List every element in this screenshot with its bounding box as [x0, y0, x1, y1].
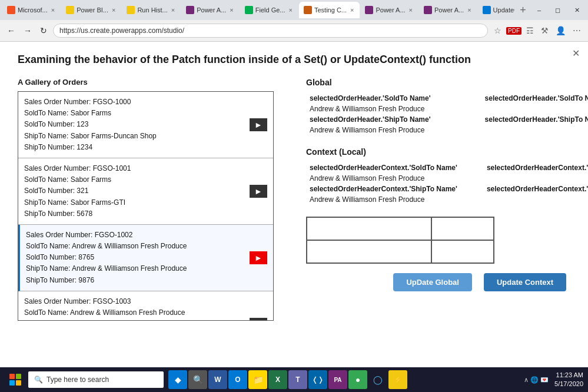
taskbar-search-icon[interactable]: 🔍 — [188, 370, 207, 389]
gallery-item-arrow-3[interactable]: ► — [250, 318, 267, 321]
browser-tab-ms[interactable]: Microsof...× — [2, 2, 61, 18]
order-line3-0: SoldTo Number: 123 — [24, 119, 267, 130]
right-panel: Global selectedOrderHeader.'SoldTo Name'… — [306, 78, 588, 291]
minimize-button[interactable]: – — [531, 5, 547, 15]
order-line4-2: ShipTo Name: Andrew & Williamson Fresh P… — [26, 263, 267, 274]
main-content: A Gallery of Orders Sales Order Number: … — [18, 78, 570, 321]
close-window-button[interactable]: ✕ — [569, 5, 586, 15]
tab-icon-testing — [304, 6, 312, 14]
taskbar-edge-icon[interactable]: ◆ — [168, 370, 187, 389]
context-table: selectedOrderHeaderContext.'SoldTo Name'… — [306, 162, 588, 205]
gallery-item-arrow-1[interactable]: ► — [250, 185, 267, 198]
label-sold-to-num: selectedOrderHeader.'ShipTo Number' — [467, 114, 588, 125]
taskbar-chrome-icon[interactable]: ● — [348, 370, 367, 389]
gallery-list[interactable]: Sales Order Number: FGSO-1000 SoldTo Nam… — [18, 91, 274, 321]
browser-tab-pa2[interactable]: Power A...× — [360, 2, 418, 18]
gallery-item-2[interactable]: Sales Order Number: FGSO-1002 SoldTo Nam… — [18, 225, 273, 291]
tab-bar: Microsof...×Power BI...×Run Hist...×Powe… — [0, 0, 588, 20]
new-tab-button[interactable]: + — [515, 4, 531, 16]
table-row-values: Andrew & Williamson Fresh Produce 9876 — [306, 125, 588, 135]
profile-icon[interactable]: 👤 — [553, 25, 568, 36]
tab-close-pa2[interactable]: × — [408, 6, 414, 14]
table-row-values: Andrew & Williamson Fresh Produce 8765 — [306, 173, 588, 184]
tab-close-pa1[interactable]: × — [228, 6, 234, 14]
gallery-item-1[interactable]: Sales Order Number: FGSO-1001 SoldTo Nam… — [18, 158, 273, 225]
value-sold-to-num: 8765 — [467, 104, 588, 114]
tab-close-testing[interactable]: × — [349, 6, 355, 14]
table-row: selectedOrderHeaderContext.'ShipTo Name'… — [306, 184, 588, 194]
browser-tab-testing[interactable]: Testing C...× — [299, 2, 360, 18]
taskbar-explorer-icon[interactable]: 📁 — [248, 370, 267, 389]
browser-tab-pa3[interactable]: Power A...× — [419, 2, 477, 18]
gallery-item-arrow-0[interactable]: ► — [250, 118, 267, 131]
grid-box — [306, 217, 494, 264]
order-line2-1: SoldTo Name: Sabor Farms — [24, 174, 267, 185]
search-placeholder: Type here to search — [46, 376, 109, 384]
clock-date: 5/17/2020 — [554, 380, 583, 388]
grid-cell-1 — [307, 217, 431, 240]
forward-button[interactable]: → — [21, 26, 34, 35]
url-input[interactable] — [53, 24, 488, 38]
value-sold-to: Andrew & Williamson Fresh Produce — [306, 104, 467, 114]
tab-close-ms[interactable]: × — [50, 6, 56, 14]
start-button[interactable] — [5, 369, 26, 390]
table-row: selectedOrderHeaderContext.'SoldTo Name'… — [306, 162, 588, 173]
order-line5-1: ShipTo Number: 5678 — [24, 208, 267, 220]
bookmark-icon[interactable]: ☆ — [491, 25, 504, 36]
browser-tab-hist[interactable]: Run Hist...× — [122, 2, 181, 18]
value-sold-to: Andrew & Williamson Fresh Produce — [306, 194, 469, 205]
taskbar-word-icon[interactable]: W — [208, 370, 227, 389]
context-section-title: Context (Local) — [306, 147, 588, 157]
tab-label-fg: Field Ge... — [255, 6, 285, 14]
taskbar-pa-icon[interactable]: PA — [328, 370, 347, 389]
pdf-icon[interactable]: PDF — [506, 27, 521, 35]
taskbar-outlook-icon[interactable]: O — [228, 370, 247, 389]
clock-time: 11:23 AM — [554, 371, 583, 380]
order-line4-0: ShipTo Name: Sabor Farms-Duncan Shop — [24, 131, 267, 142]
menu-icon[interactable]: ⋯ — [570, 25, 583, 36]
restore-button[interactable]: ◻ — [549, 5, 566, 15]
tab-close-pbi[interactable]: × — [111, 6, 117, 14]
browser-tab-upd[interactable]: UpdateC...× — [478, 2, 515, 18]
update-global-button[interactable]: UpDate Global — [393, 273, 472, 291]
order-line2-0: SoldTo Name: Sabor Farms — [24, 108, 267, 119]
table-row-values: Andrew & Williamson Fresh Produce 9876 — [306, 194, 588, 205]
browser-tab-fg[interactable]: Field Ge...× — [240, 2, 298, 18]
taskbar-powerbi-icon[interactable]: ⚡ — [388, 370, 407, 389]
back-button[interactable]: ← — [5, 26, 18, 35]
tab-label-hist: Run Hist... — [137, 6, 167, 14]
extensions-icon[interactable]: ⚒ — [539, 25, 551, 36]
gallery-item-0[interactable]: Sales Order Number: FGSO-1000 SoldTo Nam… — [18, 92, 273, 158]
tab-close-fg[interactable]: × — [288, 6, 294, 14]
gallery-item-3[interactable]: Sales Order Number: FGSO-1003 SoldTo Nam… — [18, 291, 273, 321]
tab-icon-pa2 — [365, 6, 373, 14]
collections-icon[interactable]: ☶ — [524, 25, 536, 36]
tab-label-pbi: Power BI... — [77, 6, 108, 14]
order-line2-3: SoldTo Name: Andrew & Williamson Fresh P… — [24, 307, 267, 318]
browser-tab-pbi[interactable]: Power BI...× — [61, 2, 121, 18]
order-line5-0: ShipTo Number: 1234 — [24, 142, 267, 153]
page-title: Examining the behavior of the Patch func… — [18, 54, 500, 66]
tab-label-pa3: Power A... — [434, 6, 464, 14]
table-row: selectedOrderHeader.'SoldTo Name' select… — [306, 93, 588, 104]
taskbar-app-icons: ◆ 🔍 W O 📁 X T ❬❭ PA ● ◯ ⚡ — [168, 370, 407, 389]
gallery-panel: A Gallery of Orders Sales Order Number: … — [18, 78, 288, 321]
taskbar-cortana-icon[interactable]: ◯ — [368, 370, 387, 389]
update-context-button[interactable]: Update Context — [484, 273, 566, 291]
gallery-item-arrow-2[interactable]: ► — [250, 251, 267, 264]
taskbar-teams-icon[interactable]: T — [288, 370, 307, 389]
taskbar-excel-icon[interactable]: X — [268, 370, 287, 389]
close-button[interactable]: ✕ — [572, 48, 580, 59]
label-sold-to: selectedOrderHeader.'ShipTo Name' — [306, 114, 467, 125]
tab-close-pa3[interactable]: × — [466, 6, 472, 14]
taskbar-clock: 11:23 AM 5/17/2020 — [554, 371, 583, 389]
taskbar-vscode-icon[interactable]: ❬❭ — [308, 370, 327, 389]
taskbar-right: ∧ 🌐 💌 11:23 AM 5/17/2020 — [524, 371, 583, 389]
taskbar-search-box[interactable]: 🔍 Type here to search — [28, 371, 164, 388]
refresh-button[interactable]: ↻ — [38, 26, 49, 35]
order-line5-2: ShipTo Number: 9876 — [26, 275, 267, 286]
browser-tab-pa1[interactable]: Power A...× — [181, 2, 240, 18]
label-sold-to: selectedOrderHeader.'SoldTo Name' — [306, 93, 467, 104]
tab-icon-ms — [7, 6, 15, 14]
tab-close-hist[interactable]: × — [170, 6, 176, 14]
